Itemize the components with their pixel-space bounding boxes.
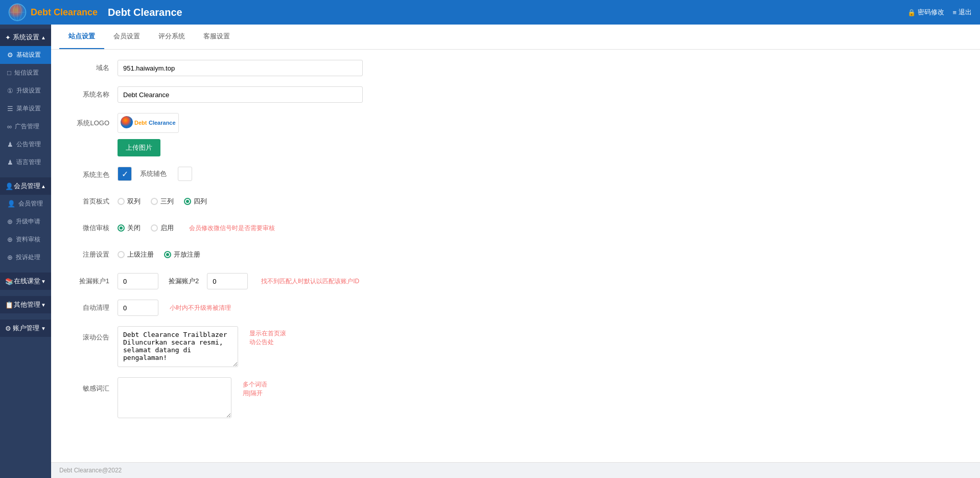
sidebar-item-basic-settings[interactable]: ⚙ 基础设置 [0,46,51,64]
system-name-input[interactable] [118,86,363,103]
main-content: 站点设置 会员设置 评分系统 客服设置 域名 系统名称 [51,25,980,478]
main-layout: ✦ 系统设置 ▲ ⚙ 基础设置 □ 短信设置 ① 升级设置 ☰ 菜单设置 ∞ [0,25,980,478]
wechat-review-hint: 会员修改微信号时是否需要审核 [189,220,275,236]
tab-member-settings[interactable]: 会员设置 [104,25,149,49]
radio-superior-register[interactable]: 上级注册 [118,250,154,259]
radio-label-open: 开放注册 [174,250,200,259]
radio-label-two-col: 双列 [127,197,141,206]
tab-customer-service[interactable]: 客服设置 [194,25,239,49]
sidebar-item-material-review[interactable]: ⊕ 资料审核 [0,231,51,248]
capture-account2-input[interactable] [207,273,248,289]
sidebar-item-upgrade-settings[interactable]: ① 升级设置 [0,82,51,100]
homepage-mode-label: 首页板式 [66,193,118,210]
form-row-wechat-review: 微信审核 关闭 启用 会员修改微信号时是否需要审核 [66,220,965,236]
tab-rating-system[interactable]: 评分系统 [149,25,194,49]
domain-input[interactable] [118,60,363,76]
sidebar-section-system: ✦ 系统设置 ▲ ⚙ 基础设置 □ 短信设置 ① 升级设置 ☰ 菜单设置 ∞ [0,25,51,173]
password-change-link[interactable]: 🔒 密码修改 [907,8,944,17]
sidebar-section-header-member[interactable]: 👤 会员管理 ▲ [0,177,51,195]
radio-four-col[interactable]: 四列 [184,197,207,206]
notice-icon: ♟ [7,141,13,148]
form-row-colors: 系统主色 ✓ 系统辅色 [66,167,965,183]
sidebar-section-header-account[interactable]: ⚙ 账户管理 ▼ [0,320,51,337]
auto-clear-input[interactable] [118,300,158,316]
chevron-down-icon-classroom: ▼ [41,279,46,284]
logo-preview: Debt Clearance 上传图片 [118,113,179,156]
sidebar-section-header-classroom[interactable]: 📚 在线课堂 ▼ [0,272,51,290]
secondary-color-swatch[interactable] [178,167,192,181]
auto-clear-hint: 小时内不升级将被清理 [170,300,231,316]
svg-text:Debt: Debt [134,120,147,126]
sidebar-section-classroom: 📚 在线课堂 ▼ [0,268,51,292]
logout-icon: ≡ [952,9,956,16]
sensitive-textarea[interactable] [118,377,231,418]
logo-preview-image: Debt Clearance [120,116,176,129]
form-row-homepage-mode: 首页板式 双列 三列 四列 [66,193,965,210]
logout-link[interactable]: ≡ 退出 [952,8,972,17]
logo-label: 系统LOGO [66,113,118,131]
logo-image-preview: Debt Clearance [118,113,179,133]
sidebar-item-ad-management[interactable]: ∞ 广告管理 [0,118,51,135]
radio-two-col[interactable]: 双列 [118,197,141,206]
header: Debt Clearance Debt Clearance 🔒 密码修改 ≡ 退… [0,0,980,25]
primary-color-swatch[interactable]: ✓ [118,167,132,181]
form-row-auto-clear: 自动清理 小时内不升级将被清理 [66,300,965,316]
sensitive-hint: 多个词语用|隔开 [243,377,274,398]
member-section-icon: 👤 [5,183,13,190]
radio-label-three-col: 三列 [160,197,174,206]
upgrade-apply-icon: ⊕ [7,218,13,225]
sidebar-item-complaint-handle[interactable]: ⊕ 投诉处理 [0,248,51,266]
other-section-icon: 📋 [5,301,13,309]
upgrade-icon: ① [7,87,13,95]
upload-image-button[interactable]: 上传图片 [118,139,160,156]
brand-name: Debt Clearance [31,7,98,18]
chevron-up-icon-member: ▲ [41,184,46,189]
tab-bar: 站点设置 会员设置 评分系统 客服设置 [51,25,980,50]
language-icon: ♟ [7,158,13,166]
svg-point-6 [121,116,133,128]
sidebar-section-header-system[interactable]: ✦ 系统设置 ▲ [0,29,51,46]
form-row-sensitive: 敏感词汇 多个词语用|隔开 [66,377,965,418]
radio-three-col[interactable]: 三列 [151,197,174,206]
ad-icon: ∞ [7,123,12,130]
sidebar-section-member: 👤 会员管理 ▲ 👤 会员管理 ⊕ 升级申请 ⊕ 资料审核 ⊕ 投诉处理 [0,173,51,268]
content-area: 域名 系统名称 系统LOGO [51,50,980,462]
sidebar-section-header-other[interactable]: 📋 其他管理 ▼ [0,296,51,313]
material-icon: ⊕ [7,236,13,243]
sidebar-item-notice-management[interactable]: ♟ 公告管理 [0,135,51,153]
form-row-system-name: 系统名称 [66,86,965,103]
color-box: ✓ 系统辅色 [118,167,192,181]
radio-open-register[interactable]: 开放注册 [164,250,200,259]
capture-account1-input[interactable] [118,273,158,289]
account-section-icon: ⚙ [5,325,11,332]
footer-text: Debt Clearance@2022 [59,467,122,474]
chevron-up-icon: ▲ [41,35,46,40]
capture-accounts-group: 捡漏账户2 找不到匹配人时默认以匹配该账户ID [118,273,359,289]
page-title: Debt Clearance [108,7,182,18]
classroom-section-icon: 📚 [5,278,13,285]
radio-wechat-enable[interactable]: 启用 [151,223,174,233]
radio-circle-superior [118,251,125,258]
system-name-control [118,86,363,103]
marquee-textarea[interactable]: Debt Clearance Trailblazer Diluncurkan s… [118,326,238,367]
radio-label-wechat-close: 关闭 [127,223,141,233]
capture-account2-label: 捡漏账户2 [169,277,199,286]
sidebar-section-other: 📋 其他管理 ▼ [0,292,51,315]
radio-wechat-close[interactable]: 关闭 [118,223,141,233]
auto-clear-group: 小时内不升级将被清理 [118,300,231,316]
gear-icon: ⚙ [7,51,13,59]
radio-label-wechat-enable: 启用 [160,223,174,233]
sidebar-item-sms-settings[interactable]: □ 短信设置 [0,64,51,82]
radio-circle-open [164,251,171,258]
sidebar-item-member-list[interactable]: 👤 会员管理 [0,195,51,213]
form-row-marquee: 滚动公告 Debt Clearance Trailblazer Diluncur… [66,326,965,367]
capture-account-hint: 找不到匹配人时默认以匹配该账户ID [261,273,359,289]
capture-account1-label: 捡漏账户1 [66,273,118,289]
sidebar-item-menu-settings[interactable]: ☰ 菜单设置 [0,100,51,118]
menu-icon: ☰ [7,105,13,112]
radio-circle-three-col [151,198,158,205]
sidebar-item-language-management[interactable]: ♟ 语言管理 [0,153,51,171]
tab-site-settings[interactable]: 站点设置 [59,25,104,49]
sidebar-item-upgrade-apply[interactable]: ⊕ 升级申请 [0,213,51,231]
radio-circle-two-col [118,198,125,205]
